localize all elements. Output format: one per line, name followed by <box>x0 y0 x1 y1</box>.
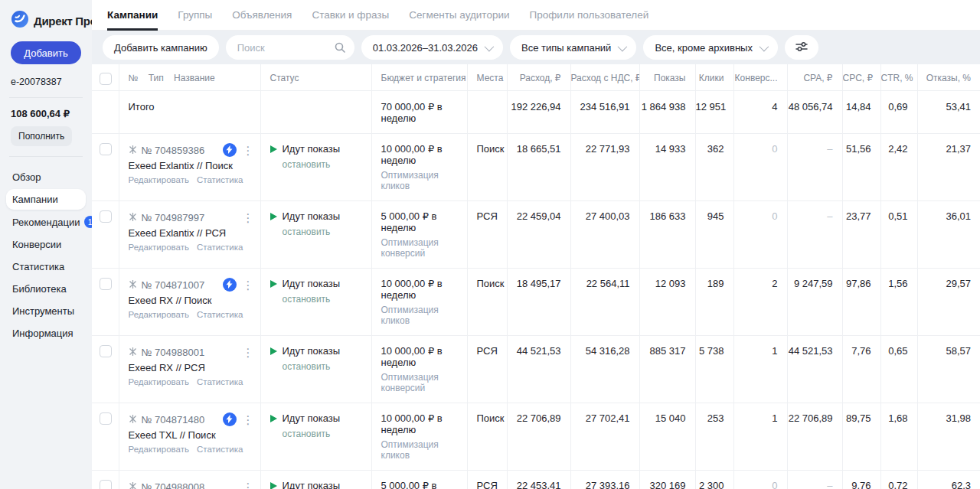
strategy-value[interactable]: Оптимизация конверсий <box>381 372 467 393</box>
budget-value: 10 000,00 ₽ в неделю <box>381 143 467 166</box>
conversions-cell: 0 <box>733 201 787 269</box>
stop-link[interactable]: остановить <box>283 227 371 237</box>
row-checkbox[interactable] <box>100 345 112 357</box>
strategy-value[interactable]: Оптимизация конверсий <box>381 237 467 259</box>
totals-places-cell <box>467 91 507 134</box>
lightning-icon <box>226 145 233 156</box>
tab-сегменты-аудитории[interactable]: Сегменты аудитории <box>409 0 509 31</box>
conversions-cell: 1 <box>733 336 787 403</box>
tab-группы[interactable]: Группы <box>178 0 212 31</box>
conversions-cell: 2 <box>733 269 787 336</box>
edit-link[interactable]: Редактировать <box>129 445 189 454</box>
campaign-type-icon <box>129 212 137 223</box>
statistics-link[interactable]: Статистика <box>197 243 243 252</box>
tab-объявления[interactable]: Объявления <box>232 0 292 31</box>
lightning-icon <box>226 414 233 425</box>
archive-filter[interactable]: Все, кроме архивных <box>643 35 778 60</box>
bounces-cell: 29,57 <box>917 269 980 336</box>
col-header-bounces[interactable]: Отказы, % <box>917 64 980 91</box>
col-header-name[interactable]: № Тип Название <box>119 64 260 91</box>
sidebar-item-информация[interactable]: Информация <box>6 323 86 344</box>
stop-link[interactable]: остановить <box>283 294 371 305</box>
sidebar-item-кампании[interactable]: Кампании <box>6 189 86 210</box>
select-all-checkbox[interactable] <box>100 73 112 85</box>
row-checkbox[interactable] <box>100 143 112 155</box>
boost-badge[interactable] <box>223 412 237 426</box>
strategy-value[interactable]: Оптимизация кликов <box>381 170 467 191</box>
col-header-cost-vat[interactable]: Расход с НДС, ₽ <box>570 64 639 91</box>
date-range-picker[interactable]: 01.03.2026–31.03.2026 <box>361 35 503 60</box>
row-menu-button[interactable]: ⋮ <box>241 212 256 223</box>
row-menu-button[interactable]: ⋮ <box>241 279 256 291</box>
sidebar-item-инструменты[interactable]: Инструменты <box>6 301 86 321</box>
boost-badge[interactable] <box>223 143 237 157</box>
sidebar-item-библиотека[interactable]: Библиотека <box>6 279 86 299</box>
col-header-cpa[interactable]: CPA, ₽ <box>787 64 842 91</box>
boost-badge[interactable] <box>223 278 237 292</box>
select-all-checkbox-cell <box>92 64 119 91</box>
campaign-type-filter[interactable]: Все типы кампаний <box>510 35 636 60</box>
edit-link[interactable]: Редактировать <box>129 310 189 319</box>
statistics-link[interactable]: Статистика <box>197 175 243 184</box>
sidebar-item-рекомендации[interactable]: Рекомендации 1 <box>6 211 86 233</box>
account-id: e-20078387 <box>0 64 92 87</box>
row-checkbox-cell <box>92 336 119 403</box>
col-header-cpc[interactable]: CPC, ₽ <box>842 64 880 91</box>
edit-link[interactable]: Редактировать <box>129 243 189 252</box>
tab-ставки-и-фразы[interactable]: Ставки и фразы <box>312 0 389 31</box>
bounces-cell: 21,37 <box>917 134 980 201</box>
statistics-link[interactable]: Статистика <box>197 445 243 454</box>
row-menu-button[interactable]: ⋮ <box>241 414 256 425</box>
col-header-places[interactable]: Места <box>467 64 507 91</box>
totals-bounces: 53,41 <box>917 91 980 134</box>
search-box[interactable] <box>226 35 354 60</box>
places-cell: Поиск <box>467 403 507 471</box>
col-header-conversions[interactable]: Конверс... <box>733 64 787 91</box>
tab-профили-пользователей[interactable]: Профили пользователей <box>530 0 649 31</box>
cost-vat-cell: 54 316,28 <box>570 336 639 403</box>
stop-link[interactable]: остановить <box>283 429 371 439</box>
sidebar-item-конверсии[interactable]: Конверсии <box>6 234 86 255</box>
edit-link[interactable]: Редактировать <box>129 377 189 386</box>
row-checkbox[interactable] <box>100 480 112 489</box>
sidebar-item-обзор[interactable]: Обзор <box>6 167 86 187</box>
statistics-link[interactable]: Статистика <box>197 377 243 386</box>
edit-link[interactable]: Редактировать <box>129 175 189 184</box>
topup-button[interactable]: Пополнить <box>11 126 72 146</box>
strategy-value[interactable]: Оптимизация кликов <box>381 305 467 326</box>
conversions-cell: 0 <box>733 134 787 201</box>
cpa-cell: – <box>787 201 842 269</box>
row-checkbox[interactable] <box>100 278 112 290</box>
add-campaign-button[interactable]: Добавить кампанию <box>103 35 219 60</box>
campaign-name: Exeed RX // Поиск <box>129 295 260 306</box>
col-header-ctr[interactable]: CTR, % <box>880 64 917 91</box>
add-button[interactable]: Добавить <box>11 41 81 64</box>
row-menu-button[interactable]: ⋮ <box>241 145 256 156</box>
col-header-cost[interactable]: Расход, ₽ <box>507 64 570 91</box>
tab-кампании[interactable]: Кампании <box>107 0 158 31</box>
row-menu-button[interactable]: ⋮ <box>241 347 256 358</box>
table-settings-button[interactable] <box>785 35 818 60</box>
shows-cell: 15 040 <box>639 403 695 471</box>
divider <box>9 156 83 157</box>
col-header-budget[interactable]: Бюджет и стратегия <box>371 64 467 91</box>
statistics-link[interactable]: Статистика <box>197 310 243 319</box>
col-header-clicks[interactable]: Клики <box>695 64 733 91</box>
shows-cell: 14 933 <box>639 134 695 201</box>
row-checkbox-cell <box>92 269 119 336</box>
cpa-cell: – <box>787 134 842 201</box>
stop-link[interactable]: остановить <box>283 361 371 372</box>
row-menu-button[interactable]: ⋮ <box>241 481 256 489</box>
sidebar-item-статистика[interactable]: Статистика <box>6 256 86 277</box>
lightning-icon <box>226 279 233 291</box>
strategy-value[interactable]: Оптимизация кликов <box>381 439 467 461</box>
row-checkbox[interactable] <box>100 210 112 223</box>
col-header-shows[interactable]: Показы <box>639 64 695 91</box>
cpa-cell: 44 521,53 <box>787 336 842 403</box>
tab-label: Ставки и фразы <box>312 9 389 21</box>
sidebar-item-label: Конверсии <box>12 239 61 250</box>
col-header-status[interactable]: Статус <box>260 64 371 91</box>
col-header-name-label: Название <box>174 73 215 83</box>
row-checkbox[interactable] <box>100 412 112 425</box>
stop-link[interactable]: остановить <box>283 159 371 170</box>
